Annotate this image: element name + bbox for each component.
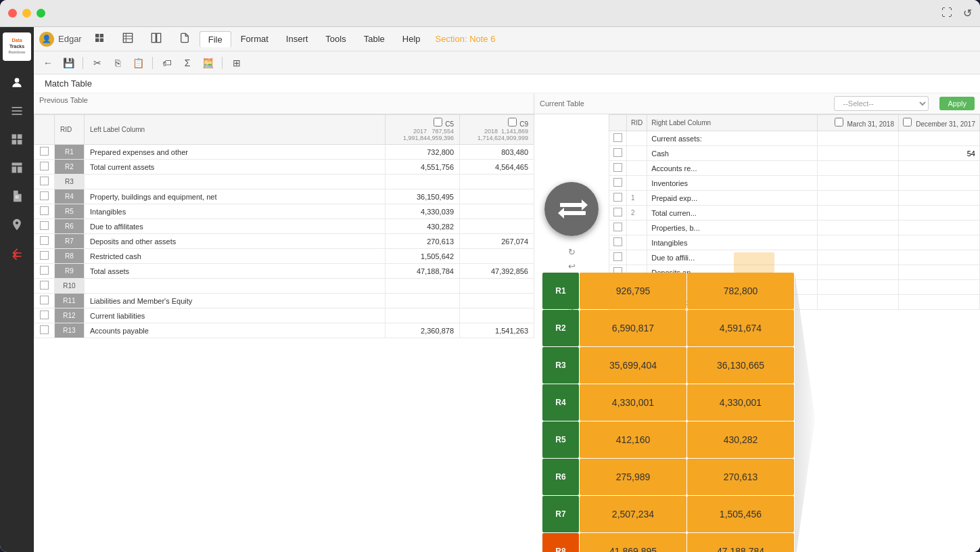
row-label: Due to affilitates — [85, 219, 386, 234]
r-button-R3[interactable]: R3 — [542, 347, 579, 384]
row-checkbox[interactable] — [40, 191, 49, 200]
toolbar-expand-btn[interactable]: ⊞ — [228, 54, 246, 72]
r-button-R7[interactable]: R7 — [542, 496, 579, 532]
value-cell-4-left: 4,330,001 — [580, 384, 686, 421]
undo-match-icon[interactable]: ↩ — [568, 261, 576, 271]
row-checkbox[interactable] — [40, 221, 49, 230]
r-button-R1[interactable]: R1 — [542, 273, 579, 309]
fullscreen-icon[interactable]: ⛶ — [941, 7, 952, 20]
refresh-match-icon[interactable]: ↻ — [568, 247, 576, 257]
toolbar-sep-3 — [222, 57, 223, 69]
r-button-R2[interactable]: R2 — [542, 310, 579, 346]
rid-cell: R12 — [55, 308, 85, 323]
row-checkbox[interactable] — [40, 236, 49, 245]
row-checkbox[interactable] — [40, 281, 49, 290]
toolbar-paste-btn[interactable]: 📋 — [129, 54, 147, 72]
value-cell-5-right: 430,282 — [687, 421, 794, 458]
arrow-right-icon — [560, 203, 583, 207]
previous-table: RID Left Label Column C5 2017 787,554 1,… — [34, 114, 534, 338]
row-dec — [899, 221, 980, 235]
row-checkbox[interactable] — [40, 296, 49, 304]
nav-item-insert[interactable]: Insert — [278, 31, 317, 47]
row-checkbox[interactable] — [40, 162, 49, 170]
svg-rect-7 — [18, 140, 22, 145]
logo[interactable]: DataTracksRainbow — [3, 32, 31, 61]
sidebar-item-grid[interactable] — [5, 127, 29, 152]
value-row-6: 275,989 270,613 — [580, 459, 794, 495]
row-checkbox[interactable] — [40, 310, 49, 319]
nav-item-columns[interactable] — [143, 30, 170, 48]
r-button-R6[interactable]: R6 — [542, 459, 579, 495]
toolbar-back-btn[interactable]: ← — [39, 54, 57, 72]
sidebar-item-location[interactable] — [5, 212, 29, 237]
row-checkbox[interactable] — [613, 133, 622, 142]
app-body: DataTracksRainbow — [0, 27, 980, 552]
c9-checkbox[interactable] — [508, 118, 517, 127]
rid-cell — [627, 235, 647, 250]
row-checkbox[interactable] — [40, 266, 49, 275]
row-checkbox[interactable] — [613, 252, 622, 261]
row-label: Property, buildings and equipment, net — [85, 189, 386, 204]
mar2018-checkbox[interactable] — [835, 118, 843, 127]
row-checkbox[interactable] — [613, 163, 622, 172]
toolbar-tag-btn[interactable]: 🏷 — [158, 54, 176, 72]
nav-item-table[interactable] — [114, 30, 141, 48]
row-checkbox[interactable] — [40, 206, 49, 215]
maximize-button[interactable] — [37, 9, 45, 18]
row-dec — [899, 191, 980, 206]
row-label: Properties, b... — [647, 221, 818, 235]
nav-item-file-menu[interactable]: File — [200, 31, 231, 47]
toolbar-sum-btn[interactable]: Σ — [179, 54, 196, 72]
nav-item-view[interactable] — [86, 30, 113, 48]
match-arrows-connector[interactable] — [544, 182, 599, 236]
sidebar-item-layout[interactable] — [5, 156, 29, 180]
row-checkbox[interactable] — [613, 193, 622, 202]
nav-item-tools[interactable]: Tools — [317, 31, 354, 47]
r-button-R4[interactable]: R4 — [542, 384, 579, 421]
refresh-icon[interactable]: ↺ — [963, 7, 972, 20]
file-menu-label: File — [208, 34, 223, 45]
row-checkbox[interactable] — [613, 178, 622, 187]
row-checkbox[interactable] — [613, 148, 622, 157]
nav-user: 👤 Edgar — [39, 32, 82, 47]
rid-cell — [627, 161, 647, 176]
sidebar-item-document[interactable] — [5, 184, 29, 208]
row-dec — [899, 295, 980, 310]
value-cell-3-left: 35,699,404 — [580, 347, 686, 384]
r-button-R8[interactable]: R8 — [542, 533, 579, 552]
nav-item-table-menu[interactable]: Table — [356, 31, 393, 47]
rid-cell: R13 — [55, 323, 85, 338]
row-checkbox[interactable] — [613, 208, 622, 216]
c5-checkbox[interactable] — [434, 118, 442, 127]
close-button[interactable] — [8, 9, 17, 18]
sidebar-item-user[interactable] — [5, 70, 29, 95]
minimize-button[interactable] — [22, 9, 31, 18]
row-checkbox[interactable] — [40, 147, 49, 156]
r-button-R5[interactable]: R5 — [542, 421, 579, 458]
rid-cell: R11 — [55, 294, 85, 308]
table-select[interactable]: --Select-- — [834, 96, 929, 111]
sidebar-item-back[interactable] — [5, 241, 29, 265]
row-checkbox[interactable] — [613, 237, 622, 246]
row-checkbox[interactable] — [40, 251, 49, 260]
dec2017-checkbox[interactable] — [903, 118, 912, 127]
row-label: Current liabilities — [85, 308, 386, 323]
svg-point-0 — [15, 78, 20, 83]
table-area[interactable]: Previous Table Current Table --Select-- … — [34, 93, 980, 552]
nav-item-file[interactable] — [171, 30, 198, 48]
nav-item-help[interactable]: Help — [394, 31, 429, 47]
row-checkbox[interactable] — [40, 325, 49, 334]
toolbar-save-btn[interactable]: 💾 — [60, 54, 77, 72]
toolbar-cut-btn[interactable]: ✂ — [89, 54, 106, 72]
nav-item-format[interactable]: Format — [233, 31, 277, 47]
toolbar-copy-btn[interactable]: ⎘ — [109, 54, 126, 72]
svg-rect-5 — [18, 135, 22, 139]
apply-button[interactable]: Apply — [939, 97, 975, 110]
table-row: Cash 54 — [609, 146, 980, 161]
value-row-7: 2,507,234 1,505,456 — [580, 496, 794, 532]
row-checkbox[interactable] — [40, 177, 49, 185]
sidebar-item-list[interactable] — [5, 99, 29, 123]
row-c9 — [460, 189, 534, 204]
row-checkbox[interactable] — [613, 223, 622, 231]
toolbar-calc-btn[interactable]: 🧮 — [199, 54, 216, 72]
